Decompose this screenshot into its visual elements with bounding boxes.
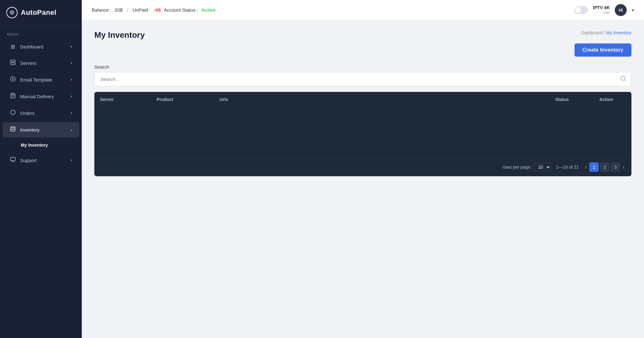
sidebar-item-manual-delivery[interactable]: Manual Delivery ▾ <box>3 89 79 104</box>
pagination-page-2[interactable]: 2 <box>600 162 609 172</box>
header-right-section: IPTV 4K user I4 ▾ <box>574 4 634 16</box>
svg-rect-0 <box>11 60 15 62</box>
sidebar-logo: ⚙ AutoPanel <box>0 0 82 25</box>
sidebar-label-email-template: Email Template <box>20 77 52 82</box>
support-icon <box>9 157 16 164</box>
inventory-submenu: My Inventory <box>0 138 82 152</box>
logo-icon: ⚙ <box>6 7 18 18</box>
user-avatar[interactable]: I4 <box>615 4 627 16</box>
sidebar-item-support[interactable]: Support ▾ <box>3 153 79 168</box>
svg-point-8 <box>621 76 625 80</box>
pagination-buttons: ‹ 1 2 3 › <box>584 162 626 172</box>
sidebar-label-dashboard: Dashboard <box>20 44 43 49</box>
sidebar-item-dashboard[interactable]: ⊞ Dashboard ▾ <box>3 39 79 54</box>
col-urls: Urls <box>214 92 550 107</box>
svg-rect-7 <box>11 157 15 161</box>
search-input[interactable] <box>94 72 631 86</box>
unpaid-label: UnPaid : <box>133 7 151 13</box>
chevron-down-icon: ▾ <box>70 45 72 49</box>
breadcrumb-home: Dashboard <box>581 30 603 35</box>
header-account-info: Balance : 20$ / UnPaid : -0$ Account Sta… <box>92 7 215 13</box>
svg-line-9 <box>625 80 626 81</box>
chevron-down-icon: ▾ <box>70 61 72 65</box>
sidebar: ⚙ AutoPanel MENU ⊞ Dashboard ▾ Servers ▾… <box>0 0 82 338</box>
inventory-icon <box>9 126 16 133</box>
logo-text: AutoPanel <box>21 8 56 17</box>
table-footer: rows per page: 10 25 50 1—10 of 21 ‹ 1 2… <box>94 158 631 176</box>
breadcrumb-current: My Inventory <box>606 30 631 35</box>
dashboard-icon: ⊞ <box>9 43 16 50</box>
col-product: Product <box>151 92 214 107</box>
search-icon-button[interactable] <box>620 75 626 83</box>
svg-point-6 <box>11 127 15 128</box>
sidebar-item-inventory[interactable]: Inventory ▴ <box>3 122 79 138</box>
iptv-main-label: IPTV 4K <box>593 5 610 10</box>
search-label: Search <box>94 64 631 70</box>
balance-value: 20$ <box>115 7 123 13</box>
sidebar-label-servers: Servers <box>20 60 36 66</box>
sidebar-item-servers[interactable]: Servers ▾ <box>3 55 79 71</box>
email-icon <box>9 76 16 83</box>
main-content: My Inventory Dashboard / My Inventory Cr… <box>82 20 644 338</box>
svg-rect-1 <box>11 63 15 65</box>
search-wrap <box>94 72 631 86</box>
toggle-wrap[interactable] <box>574 6 588 14</box>
account-status-label: Account Status : <box>164 7 198 13</box>
sidebar-label-orders: Orders <box>20 110 35 116</box>
chevron-down-icon: ▾ <box>70 78 72 82</box>
rows-per-page-select[interactable]: 10 25 50 <box>534 163 551 171</box>
balance-label: Balance : <box>92 7 112 13</box>
sidebar-item-orders[interactable]: Orders ▾ <box>3 105 79 121</box>
table-body <box>94 107 631 158</box>
account-status-value: Active <box>201 7 215 13</box>
menu-label: MENU <box>0 25 82 39</box>
sidebar-label-manual-delivery: Manual Delivery <box>20 94 54 99</box>
servers-icon <box>9 59 16 67</box>
create-inventory-button[interactable]: Create Inventory <box>575 43 631 57</box>
breadcrumb-sep: / <box>604 30 606 35</box>
top-header: Balance : 20$ / UnPaid : -0$ Account Sta… <box>82 0 644 20</box>
theme-toggle[interactable] <box>574 6 588 14</box>
cart-icon <box>9 93 16 100</box>
chevron-up-icon: ▴ <box>70 128 72 132</box>
user-menu-chevron[interactable]: ▾ <box>632 8 634 13</box>
pagination-page-3[interactable]: 3 <box>611 162 620 172</box>
sidebar-subitem-my-inventory[interactable]: My Inventory <box>18 140 82 150</box>
page-header-right: Dashboard / My Inventory Create Inventor… <box>575 30 631 57</box>
sidebar-item-email-template[interactable]: Email Template ▾ <box>3 72 79 87</box>
col-status: Status <box>550 92 594 107</box>
sidebar-label-inventory: Inventory <box>20 127 40 132</box>
unpaid-value: -0$ <box>154 7 161 13</box>
col-action: Action <box>594 92 631 107</box>
search-icon <box>620 75 626 82</box>
orders-icon <box>9 110 16 117</box>
pagination-page-1[interactable]: 1 <box>589 162 599 172</box>
sidebar-label-support: Support <box>20 158 37 163</box>
rows-per-page-label: rows per page: <box>502 165 532 170</box>
breadcrumb: Dashboard / My Inventory <box>581 30 631 35</box>
inventory-table: Server Product Urls Status Action rows p… <box>94 92 631 176</box>
page-header: My Inventory Dashboard / My Inventory Cr… <box>94 30 631 57</box>
pagination-next[interactable]: › <box>621 164 626 170</box>
main-area: Balance : 20$ / UnPaid : -0$ Account Sta… <box>82 0 644 338</box>
iptv-info: IPTV 4K user <box>593 5 610 15</box>
chevron-down-icon: ▾ <box>70 111 72 115</box>
page-title: My Inventory <box>94 30 145 40</box>
rows-per-page-section: rows per page: 10 25 50 <box>502 163 551 171</box>
pagination-prev[interactable]: ‹ <box>584 164 588 170</box>
chevron-down-icon: ▾ <box>70 94 72 99</box>
iptv-sub-label: user <box>603 10 610 15</box>
col-server: Server <box>94 92 151 107</box>
toggle-knob <box>575 7 581 13</box>
table-header: Server Product Urls Status Action <box>94 92 631 107</box>
pagination-info: 1—10 of 21 <box>556 165 579 170</box>
header-separator: / <box>127 7 128 13</box>
chevron-down-icon: ▾ <box>70 158 72 162</box>
